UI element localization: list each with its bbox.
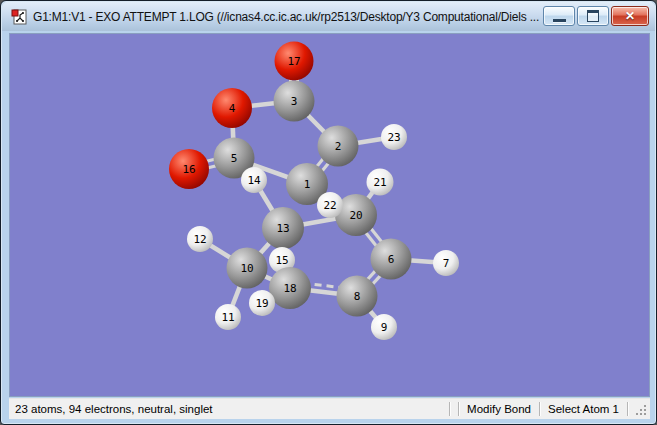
atom-label-7: 7 xyxy=(443,257,450,270)
atom-label-3: 3 xyxy=(291,95,298,108)
atom-label-23: 23 xyxy=(387,131,400,144)
status-empty-section xyxy=(450,399,458,419)
atom-label-13: 13 xyxy=(276,222,289,235)
atom-label-2: 2 xyxy=(335,140,342,153)
molecule-viewport[interactable]: 1734223211651202214121315761018198911 xyxy=(9,33,650,397)
window-title: G1:M1:V1 - EXO ATTEMPT 1.LOG (//icnas4.c… xyxy=(33,10,539,24)
atom-label-8: 8 xyxy=(354,290,361,303)
close-icon: ✕ xyxy=(625,10,635,22)
atom-label-22: 22 xyxy=(323,199,336,212)
status-bar: 23 atoms, 94 electrons, neutral, singlet… xyxy=(9,398,650,419)
status-molecule-info: 23 atoms, 94 electrons, neutral, singlet xyxy=(9,399,449,419)
atom-label-17: 17 xyxy=(287,55,300,68)
atom-label-20: 20 xyxy=(349,209,362,222)
status-select-atom: Select Atom 1 xyxy=(540,399,627,419)
atom-label-21: 21 xyxy=(373,176,386,189)
maximize-button[interactable] xyxy=(577,6,609,26)
minimize-button[interactable] xyxy=(543,6,575,26)
atom-label-16: 16 xyxy=(182,163,195,176)
title-bar[interactable]: G1:M1:V1 - EXO ATTEMPT 1.LOG (//icnas4.c… xyxy=(2,2,655,31)
atom-label-12: 12 xyxy=(193,233,206,246)
atom-label-11: 11 xyxy=(221,311,234,324)
atom-label-6: 6 xyxy=(388,253,395,266)
app-icon xyxy=(11,9,27,25)
atom-label-18: 18 xyxy=(283,282,296,295)
atom-label-14: 14 xyxy=(247,174,261,187)
atom-label-1: 1 xyxy=(304,178,311,191)
atom-label-15: 15 xyxy=(275,254,288,267)
atom-label-10: 10 xyxy=(240,262,253,275)
minimize-icon xyxy=(553,19,566,22)
maximize-icon xyxy=(587,10,599,22)
window-controls: ✕ xyxy=(543,6,649,26)
atom-label-9: 9 xyxy=(381,321,388,334)
atom-label-5: 5 xyxy=(231,152,238,165)
molecule-svg[interactable]: 1734223211651202214121315761018198911 xyxy=(10,34,649,396)
atom-label-4: 4 xyxy=(229,102,236,115)
resize-grip[interactable] xyxy=(636,413,638,415)
status-modify-bond: Modify Bond xyxy=(459,399,539,419)
gaussview-window: G1:M1:V1 - EXO ATTEMPT 1.LOG (//icnas4.c… xyxy=(0,0,657,425)
close-button[interactable]: ✕ xyxy=(611,6,649,26)
atom-label-19: 19 xyxy=(255,297,268,310)
status-grip-zone xyxy=(628,399,650,419)
